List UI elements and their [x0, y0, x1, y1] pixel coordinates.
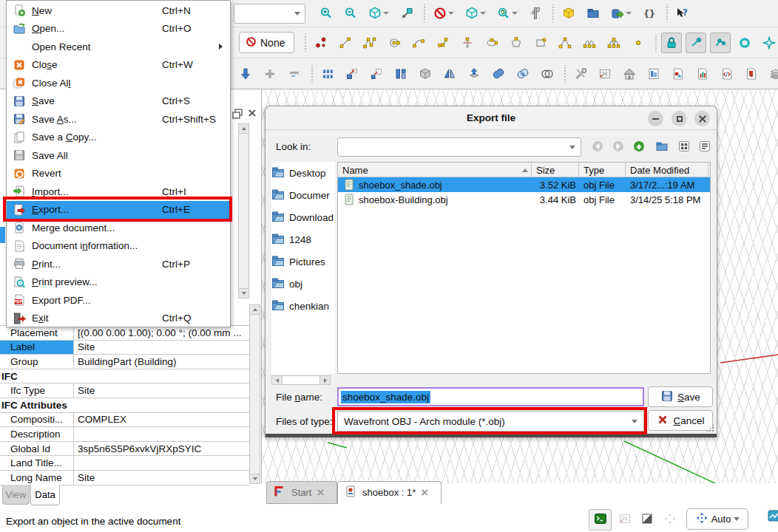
whats-this-button[interactable]: ?	[672, 3, 693, 24]
draft-polygon-tool[interactable]	[506, 33, 527, 53]
maximize-button[interactable]	[672, 111, 687, 126]
draft-bezier-tool[interactable]	[579, 33, 600, 53]
arch-component-button[interactable]	[235, 64, 256, 84]
save-button[interactable]: Save	[648, 386, 713, 407]
menu-item-new[interactable]: NewCtrl+N	[7, 1, 230, 20]
autogroup-none-button[interactable]: None	[239, 32, 294, 53]
notification-icon[interactable]	[768, 509, 778, 530]
files-of-type-combo[interactable]: Wavefront OBJ - Arch module (*.obj)	[337, 411, 644, 432]
place-documer[interactable]: Documer	[271, 184, 335, 206]
utility-tools-button[interactable]	[570, 64, 591, 84]
schedule-button[interactable]	[692, 64, 713, 84]
render-view-button[interactable]	[668, 64, 689, 84]
menu-item-save-all[interactable]: Save All	[7, 146, 230, 165]
sketch-view-button[interactable]	[595, 64, 615, 84]
compound-button[interactable]	[415, 64, 436, 84]
measure-button[interactable]	[525, 3, 546, 24]
refresh-view-button[interactable]	[493, 3, 521, 24]
scroll-right-icon[interactable]	[320, 376, 330, 384]
workbench-combo[interactable]	[234, 4, 305, 24]
menu-item-merge-document[interactable]: Merge document...	[7, 219, 230, 237]
draft-point-tool[interactable]	[311, 33, 331, 53]
draft-circle-tool[interactable]	[384, 33, 405, 53]
column-header-date-modified[interactable]: Date Modified	[626, 163, 708, 177]
close-button[interactable]	[694, 111, 710, 126]
scale-button[interactable]	[366, 64, 387, 84]
property-row-label[interactable]: LabelSite	[0, 341, 249, 355]
place-pictures[interactable]: Pictures	[271, 250, 335, 273]
menu-item-document-information[interactable]: Document information...	[7, 237, 230, 256]
menu-item-export[interactable]: Export...Ctrl+E	[7, 201, 230, 219]
snap-endpoint-button[interactable]	[686, 33, 706, 53]
union-button[interactable]	[488, 64, 509, 84]
draft-polyline-tool[interactable]	[359, 33, 380, 53]
sidebar-horizontal-scrollbar[interactable]	[271, 375, 331, 385]
snap-midpoint-button[interactable]	[710, 33, 731, 53]
auto-units-dropdown[interactable]: Auto	[686, 508, 748, 530]
draft-point-single-tool[interactable]	[628, 33, 649, 53]
property-row-global-id[interactable]: Global Id3sp5n6S5P6xvkVjRXpSYIC	[0, 442, 249, 457]
document-tab-shoebox[interactable]: shoebox : 1* ×	[337, 481, 442, 504]
property-row-compositi[interactable]: Compositi...COMPLEX	[0, 413, 249, 428]
draw-style-toggle-button[interactable]	[638, 511, 656, 528]
place-1248[interactable]: 1248	[271, 228, 335, 250]
menu-item-print[interactable]: Print...Ctrl+P	[7, 255, 230, 273]
building-part-button[interactable]	[643, 64, 664, 84]
snap-center-button[interactable]	[734, 33, 755, 53]
draft-line-tool[interactable]	[335, 33, 356, 53]
look-in-combo[interactable]	[337, 137, 581, 157]
new-folder-button[interactable]	[653, 138, 671, 156]
scroll-down-icon[interactable]	[250, 474, 260, 483]
file-name-input[interactable]: shoebox_shade.obj	[337, 387, 644, 406]
menu-item-close[interactable]: CloseCtrl+W	[7, 56, 230, 75]
cancel-button[interactable]: Cancel	[648, 410, 713, 431]
draft-ellipse-tool[interactable]	[481, 33, 502, 53]
place-obj[interactable]: obj	[271, 273, 335, 295]
draw-style-button[interactable]	[461, 3, 490, 24]
menu-item-import[interactable]: Import...Ctrl+I	[7, 183, 230, 201]
forward-button[interactable]	[609, 138, 627, 156]
up-directory-button[interactable]	[630, 138, 648, 156]
arch-house-button[interactable]	[619, 64, 640, 84]
file-row-shoebox-building-obj[interactable]: shoebox-Building.obj3.44 KiBobj File3/14…	[338, 192, 710, 207]
menu-item-open-recent[interactable]: Open Recent	[7, 38, 230, 56]
menu-item-open[interactable]: Open...Ctrl+O	[7, 20, 230, 38]
zoom-out-button[interactable]	[340, 3, 361, 24]
close-icon[interactable]: ×	[317, 486, 324, 499]
place-desktop[interactable]: Desktop	[271, 162, 335, 184]
column-header-type[interactable]: Type	[579, 163, 626, 177]
mirror-button[interactable]	[439, 64, 460, 84]
split-button[interactable]	[390, 64, 411, 84]
report-button[interactable]	[741, 64, 762, 84]
menu-item-print-preview[interactable]: Print preview...	[7, 273, 230, 292]
menu-item-close-all[interactable]: Close All	[7, 74, 230, 92]
property-row-long-name[interactable]: Long NameSite	[0, 471, 249, 485]
scroll-down-icon[interactable]	[239, 288, 248, 298]
menu-item-save[interactable]: SaveCtrl+S	[7, 92, 230, 111]
menu-item-exit[interactable]: ExitCtrl+Q	[7, 310, 230, 328]
isometric-view-button[interactable]	[365, 3, 393, 24]
zoom-in-button[interactable]	[316, 3, 336, 24]
tab-data[interactable]: Data	[30, 485, 60, 505]
property-row-ifc-type[interactable]: Ifc TypeSite	[0, 383, 249, 398]
menu-item-save-a-copy[interactable]: Save a Copy...	[7, 129, 230, 147]
move-button[interactable]	[342, 64, 362, 84]
file-row-shoebox-shade-obj[interactable]: shoebox_shade.obj3.52 KiBobj File3/17/2.…	[338, 177, 710, 192]
python-console-button[interactable]	[589, 509, 612, 531]
dock-close-icon[interactable]	[247, 108, 259, 120]
array-button[interactable]	[317, 64, 338, 84]
document-tab-start[interactable]: Start ×	[266, 481, 337, 504]
draft-bspline-tool[interactable]	[555, 33, 575, 53]
menu-item-save-as[interactable]: Save As...Ctrl+Shift+S	[7, 110, 230, 129]
list-view-button[interactable]	[696, 138, 714, 156]
property-scrollbar[interactable]	[249, 304, 260, 484]
place-download[interactable]: Download	[271, 206, 335, 228]
place-chenkian[interactable]: chenkian	[271, 295, 335, 317]
add-component-button[interactable]	[260, 64, 280, 84]
bim-box-button[interactable]	[558, 3, 579, 24]
icon-view-button[interactable]	[675, 138, 693, 156]
property-row-land-title[interactable]: Land Title...	[0, 456, 249, 471]
cut-button[interactable]	[537, 64, 558, 84]
scroll-up-icon[interactable]	[250, 305, 260, 315]
tree-scrollbar[interactable]	[238, 123, 249, 299]
